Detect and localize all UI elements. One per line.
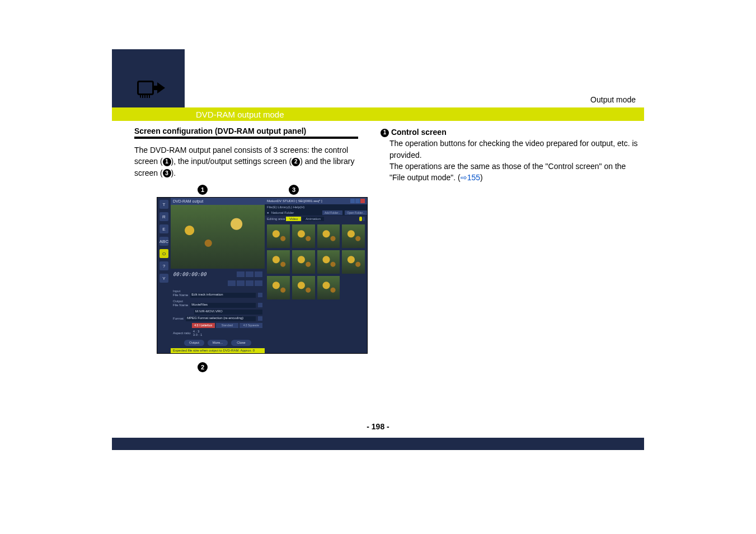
text: ) <box>480 173 483 182</box>
page-number: - 198 - <box>367 422 389 431</box>
step-fwd-button[interactable] <box>255 280 262 286</box>
input-browse-icon[interactable] <box>258 293 262 297</box>
folder-indicator-icon: ● <box>267 211 269 214</box>
aspect-values: 4 : 3 3.0 : 1 <box>193 330 203 336</box>
open-folder-button[interactable]: Open Folder... <box>345 210 367 215</box>
thumb-label: 20050514_132250.mpg <box>292 270 315 274</box>
thumbnail-item[interactable]: MovieFile04.mpg <box>317 276 340 299</box>
footer-navy-bar <box>112 438 644 450</box>
app-sidebar: T R E ABC O ? Y <box>157 198 171 353</box>
aspect-opt-letterbox[interactable]: 4:3 / Letterbox <box>192 323 215 328</box>
library-titlebar: MotionDV STUDIO [ SEQ0001.seq* ] <box>265 198 367 204</box>
thumb-label: MovieFile02.mpg <box>267 296 290 299</box>
right-column: 1 Control screen The operation buttons f… <box>381 127 638 183</box>
section-band-title: DVD-RAM output mode <box>196 110 284 119</box>
thumbnail-item[interactable]: MovieFile02.mpg <box>267 276 290 299</box>
thumb-label: MovieFile03.mpg <box>292 296 315 299</box>
add-folder-button[interactable]: Add Folder... <box>322 210 342 215</box>
sidebar-help-icon[interactable]: ? <box>159 261 168 270</box>
output-button[interactable]: Output <box>184 340 204 346</box>
transport-bar: 00:00:00:00 <box>171 269 265 279</box>
sidebar-record-icon[interactable]: R <box>159 212 168 221</box>
callout-3-inline: 3 <box>163 169 171 177</box>
input-filename-field[interactable]: Edit track information <box>190 293 256 298</box>
thumb-label: 20050125_210104.mpg <box>317 245 340 248</box>
window-controls-icon[interactable] <box>350 199 365 203</box>
step-back-button[interactable] <box>228 280 236 286</box>
status-bar: Expected file size when output to DVD-RA… <box>171 348 265 354</box>
output-filename-dropdown[interactable] <box>258 303 262 307</box>
thumbnail-item[interactable]: MovieFile03.mpg <box>292 276 315 299</box>
section-band <box>112 107 644 121</box>
thumbnail-item[interactable]: 20050412_130049.mpg <box>267 250 290 274</box>
view-mode-icon[interactable] <box>359 217 365 221</box>
sidebar-output-icon[interactable]: O <box>159 249 168 258</box>
monitor-icon <box>137 81 154 95</box>
panel-pin-icon[interactable] <box>258 199 264 204</box>
rewind-button[interactable] <box>237 271 245 277</box>
thumbnail-item[interactable]: 20050514_231056.mpg <box>317 250 340 274</box>
format-dropdown[interactable] <box>258 316 262 321</box>
callout-1-inline: 1 <box>163 158 171 166</box>
app-screenshot: T R E ABC O ? Y DVD-RAM output 00:00:00:… <box>157 197 368 354</box>
thumbnail-item[interactable]: 20050127_234235.mpg <box>342 224 365 248</box>
callout-1: 1 <box>198 185 208 195</box>
library-tabs: Editing area Video Animation <box>265 216 367 222</box>
thumb-label: MovieFile01.mpg <box>342 270 365 274</box>
header-navy-block <box>112 49 185 107</box>
thumb-label: 20050412_130049.mpg <box>267 270 290 274</box>
thumbnail-item[interactable]: 20050125_204511.mpg <box>292 224 315 248</box>
arrow-right-icon <box>157 82 165 93</box>
text: ). <box>171 168 176 177</box>
control-panel: DVD-RAM output 00:00:00:00 Input File Na… <box>171 198 265 353</box>
sidebar-tool-icon[interactable]: T <box>159 200 168 209</box>
thumb-label: MovieFile04.mpg <box>317 296 340 299</box>
library-folder-row: ● National Folder Add Folder... Open Fol… <box>265 210 367 216</box>
play-button[interactable] <box>246 271 253 277</box>
thumbnail-item[interactable]: 20050123_141001.mpg <box>267 224 290 248</box>
aspect-label: Aspect ratio <box>173 331 191 335</box>
panel-titlebar: DVD-RAM output <box>171 198 265 205</box>
io-settings: Input File Name Edit track information O… <box>171 287 265 348</box>
fastfwd-button[interactable] <box>255 271 262 277</box>
thumbnail-item[interactable]: MovieFile01.mpg <box>342 250 365 274</box>
transport-bar-2 <box>171 279 265 287</box>
library-panel: MotionDV STUDIO [ SEQ0001.seq* ] File(E)… <box>265 198 367 353</box>
filename-label: File Name <box>173 293 188 297</box>
thumbnail-grid: 20050123_141001.mpg 20050125_204511.mpg … <box>265 222 367 353</box>
thumb-label: 20050514_231056.mpg <box>317 270 340 274</box>
mode-label: Output mode <box>590 95 636 104</box>
sidebar-edit-icon[interactable]: E <box>159 224 168 233</box>
video-preview <box>171 205 265 269</box>
callout-2: 2 <box>198 362 208 372</box>
library-menubar[interactable]: File(E) Library(L) Help(H) <box>265 204 367 210</box>
left-heading: Screen configuration (DVD-RAM output pan… <box>134 127 358 135</box>
callout-3: 3 <box>289 185 299 195</box>
thumbnail-item[interactable]: 20050514_132250.mpg <box>292 250 315 274</box>
tab-animation[interactable]: Animation <box>302 217 324 221</box>
aspect-opt-squeeze[interactable]: 4:3 Squeeze <box>240 323 262 328</box>
timecode: 00:00:00:00 <box>173 271 206 277</box>
output-filename-field[interactable]: MovieFiles <box>190 303 256 308</box>
tab-video[interactable]: Video <box>286 217 301 221</box>
pause-button[interactable] <box>246 280 253 286</box>
page-link[interactable]: 155 <box>467 173 480 182</box>
thumb-label: 20050125_204511.mpg <box>292 245 315 248</box>
sidebar-settings-icon[interactable]: Y <box>159 274 168 283</box>
heading-underline <box>134 137 358 139</box>
close-button[interactable]: Close <box>231 340 251 346</box>
output-path-field[interactable]: M:\VR-MOVI.VRO <box>194 310 262 315</box>
sidebar-text-icon[interactable]: ABC <box>159 237 168 246</box>
library-window-title: MotionDV STUDIO [ SEQ0001.seq* ] <box>267 199 322 203</box>
text: ), the input/output settings screen ( <box>171 157 292 166</box>
stop-button[interactable] <box>237 280 245 286</box>
mode-icon <box>137 81 165 95</box>
format-field[interactable]: MPEG Format selection (re-encoding) <box>186 316 256 321</box>
text: The operations are the same as those of … <box>389 162 626 182</box>
out-filename-label: File Name <box>173 303 188 307</box>
thumbnail-item[interactable]: 20050125_210104.mpg <box>317 224 340 248</box>
more-button[interactable]: More... <box>208 340 228 346</box>
right-para-1: The operation buttons for checking the v… <box>389 138 638 161</box>
tab-group-label: Editing area <box>267 217 285 221</box>
aspect-opt-standard[interactable]: Standard <box>216 323 239 328</box>
